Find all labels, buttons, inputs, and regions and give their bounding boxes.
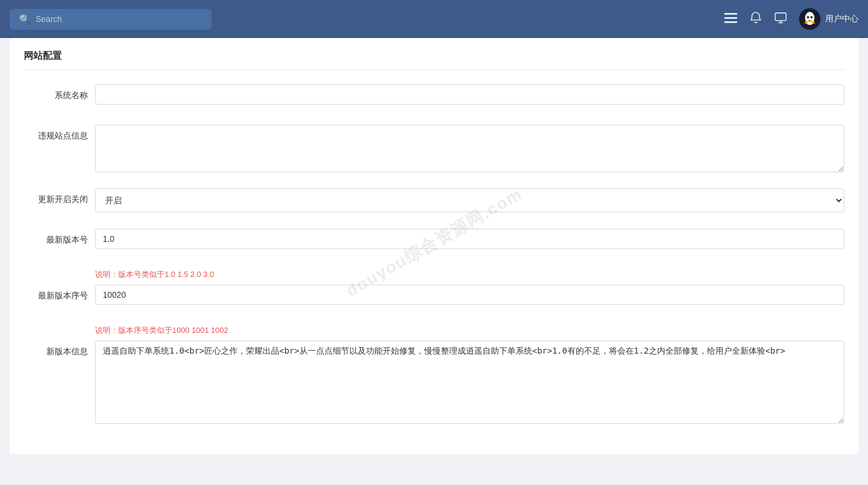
form-row-system-name: 系统名称 [24,84,844,111]
form-row-new-version-info: 新版本信息 逍遥自助下单系统1.0<br>匠心之作，荣耀出品<br>从一点点细节… [24,341,844,426]
system-name-input[interactable] [95,84,844,105]
svg-rect-1 [724,17,737,19]
svg-point-9 [807,16,809,18]
label-latest-version: 最新版本号 [24,229,95,245]
update-switch-wrap: 开启 关闭 [95,188,844,212]
form-row-latest-version-seq: 最新版本序号 [24,285,844,311]
navbar-left: 🔍 [10,9,212,30]
latest-version-seq-input[interactable] [95,285,844,305]
page-title: 网站配置 [24,50,844,70]
svg-rect-0 [724,13,737,15]
navbar-right: 用户中心 [724,8,858,30]
system-name-wrap [95,84,844,105]
label-violation-info: 违规站点信息 [24,125,95,141]
navbar: 🔍 [0,0,868,38]
new-version-info-wrap: 逍遥自助下单系统1.0<br>匠心之作，荣耀出品<br>从一点点细节以及功能开始… [95,341,844,426]
hint-version-seq-format: 说明：版本序号类似于1000 1001 1002 [95,325,844,336]
svg-rect-3 [775,12,786,20]
latest-version-seq-wrap [95,285,844,305]
form-row-latest-version: 最新版本号 [24,229,844,255]
label-update-switch: 更新开启关闭 [24,188,95,205]
search-input[interactable] [36,14,202,24]
hint-version-format: 说明：版本号类似于1.0 1.5 2.0 3.0 [95,269,844,280]
new-version-info-textarea[interactable]: 逍遥自助下单系统1.0<br>匠心之作，荣耀出品<br>从一点点细节以及功能开始… [95,341,844,424]
svg-point-10 [810,16,813,18]
label-system-name: 系统名称 [24,84,95,101]
violation-info-textarea[interactable] [95,125,844,172]
latest-version-wrap [95,229,844,249]
update-switch-select[interactable]: 开启 关闭 [95,188,844,212]
bell-icon[interactable] [749,11,762,27]
user-label: 用户中心 [825,14,858,24]
menu-icon[interactable] [724,11,737,27]
violation-info-wrap [95,125,844,174]
search-box[interactable]: 🔍 [10,9,212,30]
svg-point-11 [808,20,812,22]
label-latest-version-seq: 最新版本序号 [24,285,95,301]
svg-rect-2 [724,21,737,23]
main-wrapper: 网站配置 系统名称 违规站点信息 更新开启关闭 开启 关闭 [0,38,868,454]
form-row-violation-info: 违规站点信息 [24,125,844,174]
page-card: 网站配置 系统名称 违规站点信息 更新开启关闭 开启 关闭 [10,38,858,454]
user-section[interactable]: 用户中心 [799,8,858,30]
search-icon: 🔍 [19,14,31,25]
avatar [799,8,820,30]
label-new-version-info: 新版本信息 [24,341,95,357]
monitor-icon[interactable] [774,11,787,27]
latest-version-input[interactable] [95,229,844,249]
form-row-update-switch: 更新开启关闭 开启 关闭 [24,188,844,215]
